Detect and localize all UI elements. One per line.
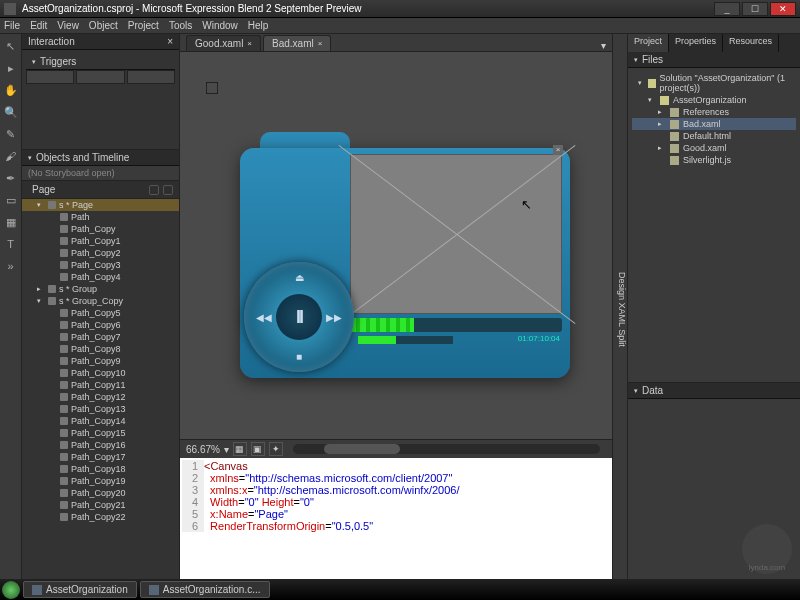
chevron-down-icon[interactable]: ▾ (224, 444, 229, 455)
tree-item[interactable]: ▾s * Group_Copy (22, 295, 179, 307)
objects-tree[interactable]: ▾s * PagePathPath_CopyPath_Copy1Path_Cop… (22, 199, 179, 579)
tree-item[interactable]: Path_Copy20 (22, 487, 179, 499)
text-tool-icon[interactable]: T (3, 236, 19, 252)
menu-edit[interactable]: Edit (30, 20, 47, 31)
video-placeholder[interactable]: × ↖ (350, 154, 562, 314)
tree-item[interactable]: Path_Copy2 (22, 247, 179, 259)
tree-item[interactable]: Path_Copy15 (22, 427, 179, 439)
tree-item[interactable]: Path_Copy9 (22, 355, 179, 367)
horizontal-scrollbar[interactable] (293, 444, 600, 454)
tree-item[interactable]: Path_Copy1 (22, 235, 179, 247)
minimize-button[interactable]: _ (714, 2, 740, 16)
tree-item[interactable]: Path_Copy11 (22, 379, 179, 391)
menu-window[interactable]: Window (202, 20, 238, 31)
menu-view[interactable]: View (57, 20, 79, 31)
lock-toggle-icon[interactable] (163, 185, 173, 195)
menu-help[interactable]: Help (248, 20, 269, 31)
file-item[interactable]: ▸Bad.xaml (632, 118, 796, 130)
progress-bar[interactable] (350, 318, 562, 332)
tab-good[interactable]: Good.xaml× (186, 35, 261, 51)
tree-item[interactable]: Path_Copy16 (22, 439, 179, 451)
tab-resources[interactable]: Resources (723, 34, 779, 52)
tab-properties[interactable]: Properties (669, 34, 723, 52)
file-item[interactable]: Silverlight.js (632, 154, 796, 166)
tree-item[interactable]: Path_Copy13 (22, 403, 179, 415)
brush-tool-icon[interactable]: 🖌 (3, 148, 19, 164)
menu-project[interactable]: Project (128, 20, 159, 31)
close-icon[interactable]: × (553, 145, 563, 155)
pan-tool-icon[interactable]: ✋ (3, 82, 19, 98)
file-item[interactable]: ▾Solution "AssetOrganization" (1 project… (632, 72, 796, 94)
view-mode-strip[interactable]: Design XAML Split (612, 34, 628, 579)
file-item[interactable]: ▸Good.xaml (632, 142, 796, 154)
tabs-dropdown-icon[interactable]: ▾ (601, 40, 606, 51)
taskbar-item[interactable]: AssetOrganization (23, 581, 137, 598)
maximize-button[interactable]: ☐ (742, 2, 768, 16)
tree-item[interactable]: Path_Copy10 (22, 367, 179, 379)
visibility-toggle-icon[interactable] (149, 185, 159, 195)
chevron-down-icon: ▾ (634, 56, 638, 64)
tree-item[interactable]: Path_Copy14 (22, 415, 179, 427)
close-icon[interactable]: × (167, 36, 173, 47)
xaml-editor[interactable]: 1<Canvas 2 xmlns="http://schemas.microso… (180, 458, 612, 579)
tab-bad[interactable]: Bad.xaml× (263, 35, 331, 51)
layout-tool-icon[interactable]: ▦ (3, 214, 19, 230)
snap-icon[interactable]: ▣ (251, 442, 265, 456)
zoom-level[interactable]: 66.67% (186, 444, 220, 455)
trigger-slot[interactable] (26, 70, 74, 84)
next-icon[interactable]: ▶▶ (326, 312, 342, 323)
interaction-header[interactable]: Interaction × (22, 34, 179, 50)
tree-item[interactable]: Path_Copy (22, 223, 179, 235)
tree-item[interactable]: Path_Copy18 (22, 463, 179, 475)
file-item[interactable]: ▸References (632, 106, 796, 118)
tab-project[interactable]: Project (628, 34, 669, 52)
trigger-slot[interactable] (127, 70, 175, 84)
tree-item[interactable]: Path_Copy7 (22, 331, 179, 343)
trigger-slot[interactable] (76, 70, 124, 84)
eject-icon[interactable]: ⏏ (295, 272, 304, 283)
eyedropper-tool-icon[interactable]: ✎ (3, 126, 19, 142)
asset-tool-icon[interactable]: » (3, 258, 19, 274)
tree-item[interactable]: Path_Copy22 (22, 511, 179, 523)
menu-file[interactable]: File (4, 20, 20, 31)
tree-item[interactable]: Path_Copy21 (22, 499, 179, 511)
tree-item[interactable]: ▸s * Group (22, 283, 179, 295)
triggers-header[interactable]: ▾ Triggers (26, 54, 175, 70)
close-icon[interactable]: × (247, 39, 252, 48)
tree-item[interactable]: Path_Copy5 (22, 307, 179, 319)
menu-tools[interactable]: Tools (169, 20, 192, 31)
menu-object[interactable]: Object (89, 20, 118, 31)
page-row[interactable]: Page (22, 181, 179, 199)
file-item[interactable]: Default.html (632, 130, 796, 142)
tree-item[interactable]: Path_Copy17 (22, 451, 179, 463)
pause-button[interactable]: II (276, 294, 322, 340)
tree-item[interactable]: Path_Copy19 (22, 475, 179, 487)
tree-item[interactable]: Path_Copy12 (22, 391, 179, 403)
stop-icon[interactable]: ■ (296, 351, 302, 362)
close-icon[interactable]: × (318, 39, 323, 48)
zoom-tool-icon[interactable]: 🔍 (3, 104, 19, 120)
tree-item[interactable]: Path_Copy4 (22, 271, 179, 283)
pen-tool-icon[interactable]: ✒ (3, 170, 19, 186)
direct-select-tool-icon[interactable]: ▸ (3, 60, 19, 76)
tree-item[interactable]: Path_Copy3 (22, 259, 179, 271)
grid-icon[interactable]: ▦ (233, 442, 247, 456)
tree-item[interactable]: ▾s * Page (22, 199, 179, 211)
taskbar-item[interactable]: AssetOrganization.c... (140, 581, 270, 598)
file-item[interactable]: ▾AssetOrganization (632, 94, 796, 106)
rectangle-tool-icon[interactable]: ▭ (3, 192, 19, 208)
close-button[interactable]: ✕ (770, 2, 796, 16)
selection-tool-icon[interactable]: ↖ (3, 38, 19, 54)
tree-item[interactable]: Path (22, 211, 179, 223)
files-tree[interactable]: ▾Solution "AssetOrganization" (1 project… (628, 68, 800, 170)
volume-bar[interactable] (358, 336, 453, 344)
data-header[interactable]: ▾ Data (628, 382, 800, 399)
tree-item[interactable]: Path_Copy8 (22, 343, 179, 355)
prev-icon[interactable]: ◀◀ (256, 312, 272, 323)
files-header[interactable]: ▾ Files (628, 52, 800, 68)
start-orb-icon[interactable] (2, 581, 20, 599)
tree-item[interactable]: Path_Copy6 (22, 319, 179, 331)
effects-icon[interactable]: ✦ (269, 442, 283, 456)
artboard[interactable]: × ↖ 01:07:10:04 ⏏ ■ ◀◀ ▶▶ II (180, 52, 612, 439)
objects-header[interactable]: ▾ Objects and Timeline (22, 150, 179, 166)
